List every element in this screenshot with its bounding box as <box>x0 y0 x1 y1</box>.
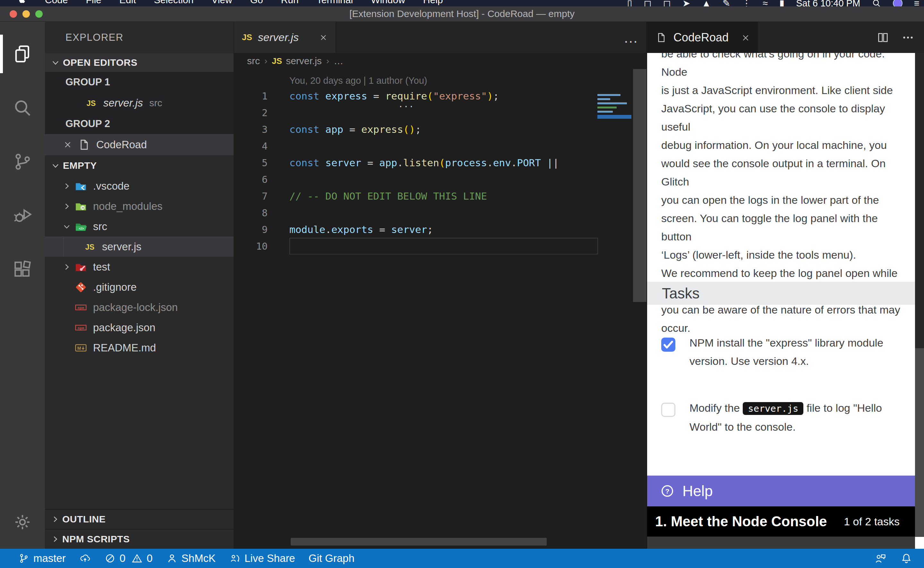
zoom-window-button[interactable] <box>35 10 43 18</box>
minimize-window-button[interactable] <box>23 10 30 18</box>
close-tab-icon[interactable] <box>741 33 750 42</box>
apple-logo-icon[interactable] <box>17 0 27 5</box>
open-editors-section-header[interactable]: OPEN EDITORS <box>45 53 234 72</box>
svg-text:</>: </> <box>79 227 84 230</box>
close-window-button[interactable] <box>10 10 17 18</box>
shield-menu-icon[interactable]: ◻ <box>663 0 671 6</box>
sidebar-title: EXPLORER <box>45 22 234 53</box>
pencil-menu-icon[interactable]: ✎ <box>722 0 730 6</box>
spotlight-icon[interactable] <box>872 0 881 6</box>
menu-run[interactable]: Run <box>281 0 299 5</box>
control-center-icon[interactable]: ≡ <box>914 0 919 6</box>
status-master[interactable]: master <box>18 552 66 565</box>
status-live-share[interactable]: Live Share <box>229 552 295 565</box>
status-bell[interactable] <box>900 552 912 565</box>
battery-menu-icon[interactable]: ▮ <box>779 0 784 6</box>
triangle-menu-icon[interactable]: ▲ <box>702 0 711 6</box>
chevron-down-icon <box>51 58 60 67</box>
code-line-1: 1 const express = require("express"); <box>234 88 647 104</box>
apple-logo-icon <box>17 0 27 5</box>
open-editor-server.js[interactable]: JS server.js src <box>45 92 234 113</box>
code-line-9: 9 module.exports = server; <box>234 221 647 238</box>
menu-view[interactable]: View <box>211 0 232 5</box>
svg-text:M: M <box>77 346 81 351</box>
activity-extensions[interactable] <box>0 243 45 296</box>
dots-menu-icon[interactable]: ⋮ <box>742 0 751 6</box>
sidebar-section-outline[interactable]: OUTLINE <box>45 509 234 529</box>
breadcrumb-item[interactable]: … <box>334 56 343 66</box>
menu-selection[interactable]: Selection <box>154 0 193 5</box>
activity-manage[interactable] <box>0 501 45 543</box>
breadcrumb-item[interactable]: src <box>247 56 260 66</box>
menu-terminal[interactable]: Terminal <box>317 0 353 5</box>
status-bar: master 0 0 ShMcK Live Share Git Graph <box>0 549 924 568</box>
open-editors-group: GROUP 2 <box>45 113 234 134</box>
testfolder-file-icon <box>74 261 87 273</box>
menu-file[interactable]: File <box>86 0 101 5</box>
editor-group-2-coderoad: CodeRoad be able to check what’s going o… <box>647 22 924 549</box>
status-feedback[interactable] <box>874 552 887 565</box>
line-number: 4 <box>234 140 268 152</box>
webview-scrollbar-track[interactable] <box>915 53 924 348</box>
gitlens-blame-annotation: You, 20 days ago | 1 author (You) <box>289 76 427 86</box>
breadcrumb: src›JSserver.js›… <box>234 53 647 69</box>
code-line-3: 3 const app = express(); <box>234 121 647 137</box>
help-label: Help <box>683 482 713 500</box>
status-git-graph[interactable]: Git Graph <box>309 552 354 565</box>
minimap-slider[interactable] <box>597 115 632 119</box>
code-editor[interactable]: You, 20 days ago | 1 author (You) 1 cons… <box>234 69 647 549</box>
shield-menu-icon[interactable]: ◻ <box>644 0 652 6</box>
tree-item-README.md[interactable]: M README.md <box>45 338 234 358</box>
workspace-section-header[interactable]: EMPTY <box>45 155 234 176</box>
webview-scrollbar-thumb[interactable] <box>915 348 924 537</box>
tree-item-package.json[interactable]: npm package.json <box>45 317 234 338</box>
warning-icon <box>131 553 143 564</box>
minimap[interactable] <box>597 94 632 119</box>
tree-item-node_modules[interactable]: JS node_modules <box>45 196 234 216</box>
status-cloud-up[interactable] <box>79 553 91 564</box>
tree-item-.vscode[interactable]: .vscode <box>45 176 234 196</box>
tree-item-src[interactable]: </> src <box>45 216 234 237</box>
menu-code[interactable]: Code <box>45 0 68 5</box>
tree-item-test[interactable]: test <box>45 257 234 277</box>
sidebar-section-npm-scripts[interactable]: NPM SCRIPTS <box>45 529 234 549</box>
breadcrumb-separator: › <box>264 56 267 66</box>
task-checkbox-checked[interactable] <box>661 338 675 352</box>
active-indicator <box>0 35 3 73</box>
status-0[interactable]: 0 <box>131 552 152 565</box>
editor-more-actions-button[interactable]: … <box>623 29 638 46</box>
code-line-6: 6 <box>234 171 647 188</box>
task-checkbox-unchecked[interactable] <box>661 403 675 417</box>
lesson-footer[interactable]: 1. Meet the Node Console 1 of 2 tasks <box>647 506 916 536</box>
menu-help[interactable]: Help <box>423 0 443 5</box>
editor-vertical-scrollbar[interactable] <box>633 69 647 302</box>
help-question-icon: ? <box>660 483 675 499</box>
menu-window[interactable]: Window <box>371 0 405 5</box>
person-icon <box>166 553 178 564</box>
breadcrumb-item[interactable]: JSserver.js <box>272 56 322 66</box>
activity-search[interactable] <box>0 81 45 135</box>
status-shmck[interactable]: ShMcK <box>166 552 216 565</box>
tree-item-.gitignore[interactable]: .gitignore <box>45 277 234 297</box>
open-editor-CodeRoad[interactable]: CodeRoad <box>45 134 234 155</box>
window-menu-icon[interactable]: ▯ <box>627 0 632 6</box>
menu-go[interactable]: Go <box>250 0 263 5</box>
cursor-menu-icon[interactable]: ➤ <box>683 0 690 6</box>
line-number: 1 <box>234 91 268 102</box>
close-icon <box>741 33 751 43</box>
menu-edit[interactable]: Edit <box>119 0 136 5</box>
siri-icon[interactable] <box>893 0 903 6</box>
indent-guide <box>63 237 64 257</box>
status-0[interactable]: 0 <box>104 552 125 565</box>
editor-horizontal-scrollbar[interactable] <box>291 538 547 545</box>
tree-item-package-lock.json[interactable]: npm package-lock.json <box>45 297 234 317</box>
tab-server-js[interactable]: JS server.js <box>234 22 336 53</box>
help-section[interactable]: ? Help <box>647 476 916 506</box>
tree-item-server.js[interactable]: JS server.js <box>45 237 234 257</box>
activity-explorer[interactable] <box>0 27 45 81</box>
activity-source-control[interactable] <box>0 135 45 189</box>
close-tab-icon[interactable] <box>319 33 328 42</box>
activity-run-debug[interactable] <box>0 189 45 243</box>
waves-menu-icon[interactable]: ≈ <box>763 0 768 6</box>
tab-coderoad[interactable]: CodeRoad <box>647 22 758 53</box>
